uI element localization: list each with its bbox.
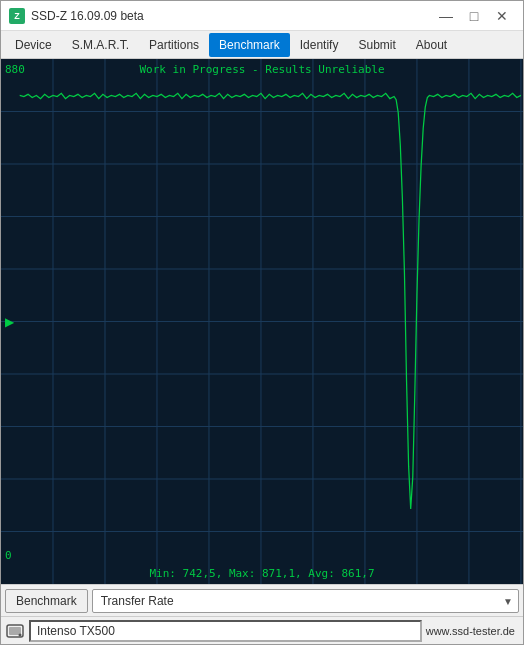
menu-benchmark[interactable]: Benchmark	[209, 33, 290, 57]
drive-icon	[5, 621, 25, 641]
status-bar: Intenso TX500 www.ssd-tester.de	[1, 616, 523, 644]
close-button[interactable]: ✕	[489, 6, 515, 26]
window-title: SSD-Z 16.09.09 beta	[31, 9, 433, 23]
benchmark-button[interactable]: Benchmark	[5, 589, 88, 613]
svg-point-22	[19, 633, 22, 636]
app-icon: Z	[9, 8, 25, 24]
menu-identify[interactable]: Identify	[290, 33, 349, 57]
chart-stats-label: Min: 742,5, Max: 871,1, Avg: 861,7	[1, 567, 523, 580]
maximize-button[interactable]: □	[461, 6, 487, 26]
chart-y-min-label: 0	[5, 549, 12, 562]
menu-submit[interactable]: Submit	[348, 33, 405, 57]
menu-partitions[interactable]: Partitions	[139, 33, 209, 57]
benchmark-chart	[1, 59, 523, 584]
dropdown-container: Transfer Rate IOPS Access Time ▼	[92, 589, 519, 613]
play-icon: ▶	[5, 315, 14, 329]
window-controls: — □ ✕	[433, 6, 515, 26]
chart-title-label: Work in Progress - Results Unreliable	[1, 63, 523, 76]
chart-type-dropdown[interactable]: Transfer Rate IOPS Access Time	[92, 589, 519, 613]
menu-bar: Device S.M.A.R.T. Partitions Benchmark I…	[1, 31, 523, 59]
website-label: www.ssd-tester.de	[426, 625, 519, 637]
chart-area: 880 Work in Progress - Results Unreliabl…	[1, 59, 523, 584]
menu-about[interactable]: About	[406, 33, 457, 57]
minimize-button[interactable]: —	[433, 6, 459, 26]
menu-smart[interactable]: S.M.A.R.T.	[62, 33, 139, 57]
drive-name-text: Intenso TX500	[37, 624, 115, 638]
bottom-controls: Benchmark Transfer Rate IOPS Access Time…	[1, 584, 523, 616]
drive-name-display: Intenso TX500	[29, 620, 422, 642]
title-bar: Z SSD-Z 16.09.09 beta — □ ✕	[1, 1, 523, 31]
main-window: Z SSD-Z 16.09.09 beta — □ ✕ Device S.M.A…	[0, 0, 524, 645]
menu-device[interactable]: Device	[5, 33, 62, 57]
